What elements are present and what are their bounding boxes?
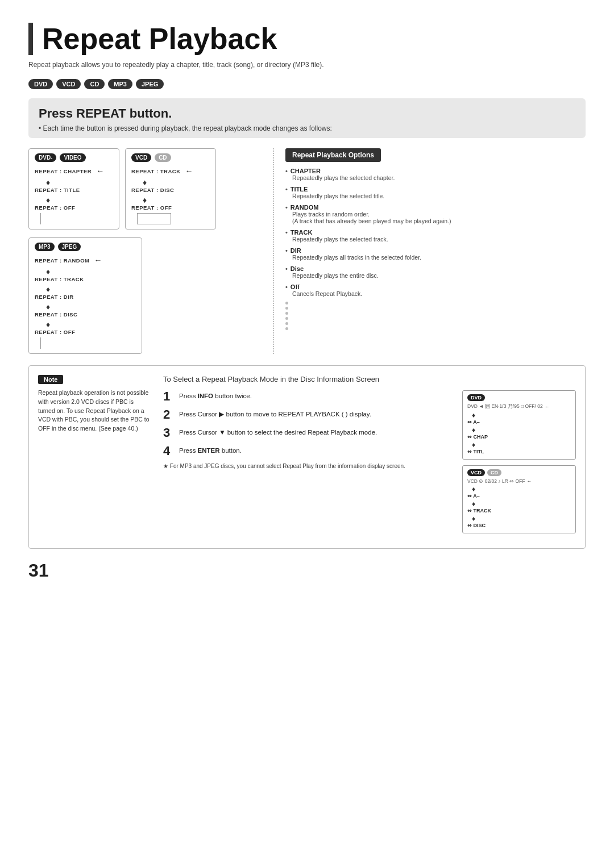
- option-chapter: CHAPTER Repeatedly plays the selected ch…: [285, 168, 586, 181]
- press-repeat-bold: REPEAT: [76, 106, 126, 120]
- step-4-text: Press ENTER button.: [179, 445, 242, 455]
- badge-mp3: MP3: [108, 79, 132, 89]
- cd-badge: CD: [155, 153, 171, 162]
- info-title: To Select a Repeat Playback Mode in the …: [163, 375, 576, 383]
- note-text: Repeat playback operation is not possibl…: [38, 389, 152, 433]
- option-off: Off Cancels Repeat Playback.: [285, 283, 586, 297]
- step-3: 3 Press Cursor ▼ button to select the de…: [163, 427, 453, 439]
- page-number: 31: [28, 560, 586, 581]
- dvd-screen-arrow: ←: [545, 404, 550, 410]
- option-off-desc: Cancels Repeat Playback.: [292, 290, 586, 297]
- dvd-screen: DVD DVD ◄ 囲 EN·1/3 乃/95 □ OFF/ 02 ← ♦ ⇔ …: [462, 390, 576, 460]
- option-track-name: TRACK: [285, 229, 586, 236]
- press-repeat-section: Press REPEAT button. • Each time the but…: [28, 98, 586, 138]
- mp3-item-3: REPEAT : DIR: [35, 294, 74, 300]
- step-2: 2 Press Cursor ▶ button to move to REPEA…: [163, 408, 453, 421]
- step-1-text: Press INFO button twice.: [179, 390, 252, 400]
- mp3-arrow-1: ←: [94, 256, 102, 265]
- option-track: TRACK Repeatedly plays the selected trac…: [285, 229, 586, 243]
- dvd-item-1: REPEAT : CHAPTER: [35, 168, 92, 174]
- badge-jpeg: JPEG: [136, 79, 164, 89]
- option-random-name: RANDOM: [285, 204, 586, 211]
- dvd-item-3: REPEAT : OFF: [35, 205, 75, 211]
- option-dir-name: DIR: [285, 247, 586, 254]
- options-title: Repeat Playback Options: [285, 148, 381, 162]
- badge-dvd: DVD: [28, 79, 53, 89]
- vcd-option-track: ⇔ TRACK: [467, 508, 571, 514]
- dvd-badge: DVD-: [35, 153, 56, 162]
- bottom-section: Note Repeat playback operation is not po…: [28, 365, 586, 549]
- options-panel: Repeat Playback Options CHAPTER Repeated…: [273, 148, 586, 354]
- step-1: 1 Press INFO button twice.: [163, 390, 453, 403]
- vcd-option-disc: ⇔ DISC: [467, 523, 571, 528]
- vcd-screen-badge: VCD: [467, 469, 485, 476]
- option-disc-name: Disc: [285, 265, 586, 272]
- press-repeat-desc: • Each time the button is pressed during…: [39, 124, 575, 132]
- step-2-text: Press Cursor ▶ button to move to REPEAT …: [179, 408, 371, 419]
- vcd-screen-line1: VCD ⊙ 02/02 ♪ LR ⇔ OFF ←: [467, 478, 571, 484]
- option-random: RANDOM Plays tracks in random order. (A …: [285, 204, 586, 224]
- option-title-desc: Repeatedly plays the selected title.: [292, 193, 586, 199]
- step-4: 4 Press ENTER button.: [163, 445, 453, 457]
- option-dir-desc: Repeatedly plays all tracks in the selec…: [292, 254, 586, 261]
- press-repeat-title: Press REPEAT button.: [39, 106, 575, 121]
- dvd-video-box: DVD- VIDEO REPEAT : CHAPTER ← ♦ REPEAT :…: [28, 148, 119, 229]
- option-random-desc1: Plays tracks in random order.: [292, 211, 586, 218]
- mp3-jpeg-box: MP3 JPEG REPEAT : RANDOM ← ♦ REPEAT : TR…: [28, 237, 142, 354]
- jpeg-badge: JPEG: [58, 243, 81, 251]
- option-disc: Disc Repeatedly plays the entire disc.: [285, 265, 586, 279]
- option-chapter-name: CHAPTER: [285, 168, 586, 174]
- vcd-screen-arrow: ←: [527, 478, 532, 484]
- vcd-arrow-1: ←: [185, 166, 193, 176]
- dvd-vcd-row: DVD- VIDEO REPEAT : CHAPTER ← ♦ REPEAT :…: [28, 148, 267, 229]
- dvd-screen-line1: DVD ◄ 囲 EN·1/3 乃/95 □ OFF/ 02 ←: [467, 403, 571, 410]
- info-steps: To Select a Repeat Playback Mode in the …: [163, 375, 576, 539]
- dvd-option-a: ⇔ A–: [467, 419, 571, 425]
- dvd-option-titl: ⇔ TITL: [467, 449, 571, 454]
- mp3-item-5: REPEAT : OFF: [35, 329, 75, 335]
- step-2-num: 2: [163, 408, 175, 421]
- disc-badges: DVD VCD CD MP3 JPEG: [28, 79, 586, 89]
- star-note: ★ For MP3 and JPEG discs, you cannot sel…: [163, 463, 453, 469]
- dvd-arrow-1: ←: [96, 166, 104, 176]
- vcd-option-a: ⇔ A–: [467, 493, 571, 499]
- cd-screen-badge: CD: [487, 469, 501, 476]
- dvd-item-2: REPEAT : TITLE: [35, 187, 80, 193]
- step-1-num: 1: [163, 390, 175, 403]
- option-disc-desc: Repeatedly plays the entire disc.: [292, 272, 586, 279]
- steps-list: 1 Press INFO button twice. 2 Press Curso…: [163, 390, 453, 539]
- option-title: TITLE Repeatedly plays the selected titl…: [285, 186, 586, 199]
- flow-panels: DVD- VIDEO REPEAT : CHAPTER ← ♦ REPEAT :…: [28, 148, 267, 354]
- mp3-item-4: REPEAT : DISC: [35, 311, 77, 318]
- steps-and-screens: 1 Press INFO button twice. 2 Press Curso…: [163, 390, 576, 539]
- option-random-desc2: (A track that has already been played ma…: [292, 218, 586, 224]
- option-track-desc: Repeatedly plays the selected track.: [292, 236, 586, 243]
- dvd-option-chap: ⇔ CHAP: [467, 434, 571, 440]
- badge-vcd: VCD: [56, 79, 81, 89]
- subtitle: Repeat playback allows you to repeatedly…: [28, 61, 586, 69]
- step-3-text: Press Cursor ▼ button to select the desi…: [179, 427, 377, 437]
- mp3-item-2: REPEAT : TRACK: [35, 276, 84, 282]
- option-chapter-desc: Repeatedly plays the selected chapter.: [292, 174, 586, 181]
- mp3-item-1: REPEAT : RANDOM: [35, 257, 90, 264]
- vcd-badge: VCD: [131, 153, 151, 162]
- vcd-cd-box: VCD CD REPEAT : TRACK ← ♦ REPEAT : DISC …: [125, 148, 216, 229]
- dvd-screen-badge: DVD: [467, 394, 485, 401]
- mp3-badge: MP3: [35, 243, 55, 251]
- vcd-item-1: REPEAT : TRACK: [131, 168, 181, 174]
- page-title: Repeat Playback: [28, 23, 586, 55]
- note-box: Note Repeat playback operation is not po…: [38, 375, 152, 539]
- option-title-name: TITLE: [285, 186, 586, 193]
- vcd-cd-screen: VCD CD VCD ⊙ 02/02 ♪ LR ⇔ OFF ← ♦ ⇔ A– ♦…: [462, 465, 576, 533]
- screen-panels: DVD DVD ◄ 囲 EN·1/3 乃/95 □ OFF/ 02 ← ♦ ⇔ …: [462, 390, 576, 539]
- note-title: Note: [38, 375, 63, 384]
- option-off-name: Off: [285, 283, 586, 290]
- video-badge: VIDEO: [60, 153, 85, 162]
- step-4-num: 4: [163, 445, 175, 457]
- vcd-item-2: REPEAT : DISC: [131, 187, 174, 193]
- step-3-num: 3: [163, 427, 175, 439]
- badge-cd: CD: [84, 79, 105, 89]
- vcd-item-3: REPEAT : OFF: [131, 205, 172, 211]
- main-section: DVD- VIDEO REPEAT : CHAPTER ← ♦ REPEAT :…: [28, 148, 586, 354]
- option-dir: DIR Repeatedly plays all tracks in the s…: [285, 247, 586, 261]
